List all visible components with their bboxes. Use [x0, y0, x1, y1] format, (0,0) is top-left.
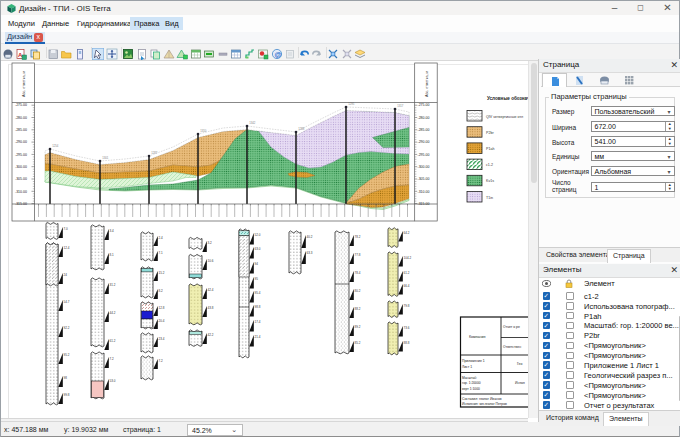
svg-text:8.1: 8.1: [110, 253, 115, 257]
svg-text:21.4: 21.4: [255, 335, 261, 339]
svg-text:гор. 1:20000: гор. 1:20000: [462, 381, 481, 385]
svg-text:2.4: 2.4: [159, 236, 164, 240]
svg-text:Ответствен: Ответствен: [503, 345, 521, 349]
svg-text:-275.00: -275.00: [15, 103, 27, 107]
svg-text:31.2: 31.2: [110, 283, 116, 287]
svg-text:-310.00: -310.00: [418, 190, 430, 194]
svg-text:17.4: 17.4: [255, 320, 261, 324]
svg-text:Испол: Испол: [515, 381, 525, 385]
svg-text:3.2: 3.2: [208, 241, 213, 245]
svg-text:95.2: 95.2: [64, 353, 70, 357]
svg-text:3.4: 3.4: [110, 229, 115, 233]
svg-text:88.2: 88.2: [355, 307, 361, 311]
svg-text:7.2: 7.2: [110, 357, 115, 361]
svg-text:88.8: 88.8: [404, 341, 410, 345]
svg-text:10.6: 10.6: [208, 259, 214, 263]
svg-text:78.2: 78.2: [355, 235, 361, 239]
svg-text:P2br: P2br: [486, 131, 494, 135]
svg-text:Kv1s: Kv1s: [486, 179, 494, 183]
svg-text:98.8: 98.8: [255, 305, 261, 309]
svg-text:-280.00: -280.00: [15, 116, 27, 120]
svg-text:52.0: 52.0: [255, 233, 261, 237]
svg-text:42.4: 42.4: [208, 288, 214, 292]
svg-text:1288: 1288: [298, 127, 305, 131]
svg-text:Условные обознач: Условные обознач: [487, 95, 529, 101]
svg-text:-285.00: -285.00: [15, 128, 27, 132]
svg-text:95.4: 95.4: [255, 291, 261, 295]
svg-text:-305.00: -305.00: [418, 177, 430, 181]
svg-text:1295: 1295: [348, 102, 355, 106]
svg-text:1310: 1310: [200, 129, 207, 133]
svg-text:1254: 1254: [52, 144, 59, 148]
svg-text:66.4: 66.4: [404, 284, 410, 288]
svg-text:1301: 1301: [102, 156, 109, 160]
svg-text:53.0: 53.0: [110, 379, 116, 383]
svg-text:-280.00: -280.00: [418, 116, 430, 120]
svg-text:Составил: геолог Иванов: Составил: геолог Иванов: [462, 397, 502, 401]
svg-text:12.8: 12.8: [159, 306, 165, 310]
svg-text:1317: 1317: [397, 104, 404, 108]
svg-text:15.2: 15.2: [159, 271, 165, 275]
svg-text:63.3: 63.3: [307, 251, 313, 255]
svg-text:-315.00: -315.00: [15, 202, 27, 206]
svg-text:QIV четвертичные отл: QIV четвертичные отл: [486, 115, 523, 119]
svg-text:42.2: 42.2: [208, 333, 214, 337]
svg-text:c1-2: c1-2: [486, 163, 493, 167]
svg-text:12.4: 12.4: [64, 246, 70, 250]
svg-text:7.2: 7.2: [159, 359, 164, 363]
svg-text:61.2: 61.2: [404, 271, 410, 275]
svg-text:92.2: 92.2: [64, 326, 70, 330]
svg-text:P1ah: P1ah: [486, 147, 494, 151]
svg-text:64.2: 64.2: [404, 231, 410, 235]
svg-text:23.4: 23.4: [159, 337, 165, 341]
svg-text:Компания: Компания: [469, 335, 485, 339]
svg-text:-290.00: -290.00: [418, 140, 430, 144]
svg-text:-300.00: -300.00: [15, 165, 27, 169]
svg-text:98: 98: [64, 376, 68, 380]
svg-text:-305.00: -305.00: [15, 177, 27, 181]
svg-text:79.8: 79.8: [404, 304, 410, 308]
svg-text:Исполнил: мл.геолог Петров: Исполнил: мл.геолог Петров: [462, 402, 507, 406]
svg-text:73.6: 73.6: [404, 326, 410, 330]
svg-text:-285.00: -285.00: [418, 128, 430, 132]
svg-text:95: 95: [255, 277, 259, 281]
svg-text:Абс. отметка, м: Абс. отметка, м: [22, 71, 26, 97]
svg-text:63.0: 63.0: [255, 247, 261, 251]
svg-text:7.0: 7.0: [64, 227, 69, 231]
svg-text:54.7: 54.7: [64, 300, 70, 304]
svg-text:89.2: 89.2: [355, 325, 361, 329]
svg-text:Абс. отметка, м: Абс. отметка, м: [425, 71, 429, 97]
svg-text:-290.00: -290.00: [15, 140, 27, 144]
svg-text:Гео: Гео: [517, 362, 522, 366]
svg-text:44.2: 44.2: [110, 311, 116, 315]
svg-text:8.2: 8.2: [159, 289, 164, 293]
svg-text:-310.00: -310.00: [15, 190, 27, 194]
svg-text:61.2: 61.2: [110, 339, 116, 343]
svg-text:94: 94: [255, 262, 259, 266]
svg-text:-275.00: -275.00: [418, 103, 430, 107]
svg-text:1287: 1287: [151, 151, 158, 155]
svg-text:99.8: 99.8: [64, 393, 70, 397]
svg-text:80.2: 80.2: [355, 289, 361, 293]
svg-text:-300.00: -300.00: [418, 165, 430, 169]
svg-text:-315.00: -315.00: [418, 202, 430, 206]
svg-text:104.2: 104.2: [404, 256, 412, 260]
svg-text:@: @: [274, 51, 281, 58]
svg-text:Лист 1: Лист 1: [462, 365, 472, 369]
svg-text:Приложение 1: Приложение 1: [462, 359, 485, 363]
svg-text:-295.00: -295.00: [418, 153, 430, 157]
svg-text:24: 24: [64, 273, 68, 277]
svg-text:20.4: 20.4: [159, 319, 165, 323]
svg-text:T1in: T1in: [486, 196, 493, 200]
svg-text:верт 1:1000: верт 1:1000: [462, 387, 480, 391]
svg-text:7.1: 7.1: [159, 251, 164, 255]
svg-text:-295.00: -295.00: [15, 153, 27, 157]
svg-text:Масштаб:: Масштаб:: [462, 376, 477, 380]
svg-text:43.8: 43.8: [208, 306, 214, 310]
svg-text:77.8: 77.8: [355, 253, 361, 257]
svg-text:Отчет о ре: Отчет о ре: [503, 325, 520, 329]
svg-text:85.2: 85.2: [355, 341, 361, 345]
svg-text:78.4: 78.4: [355, 271, 361, 275]
svg-text:40.2: 40.2: [307, 235, 313, 239]
svg-text:1342: 1342: [249, 121, 256, 125]
